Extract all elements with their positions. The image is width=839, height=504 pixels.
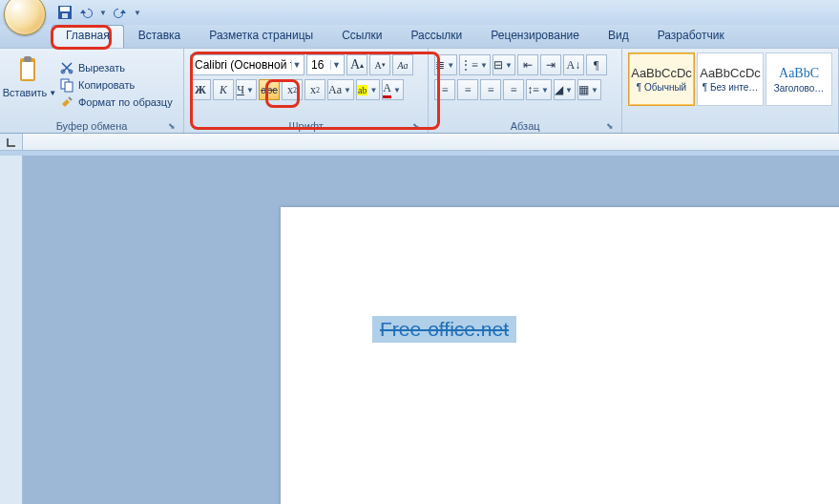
ruler-vertical[interactable] <box>0 156 23 504</box>
tab-stop-icon <box>6 136 17 148</box>
group-paragraph-label: Абзац ⬊ <box>432 119 618 133</box>
cut-label: Вырезать <box>78 62 125 74</box>
underline-button[interactable]: Ч▼ <box>236 79 257 100</box>
outdent-icon: ⇤ <box>523 58 533 73</box>
watermark-text: FREE-OFFICE.NET <box>694 479 828 494</box>
shading-button[interactable]: ◢▼ <box>554 79 576 100</box>
subscript-button[interactable]: x2 <box>282 79 303 100</box>
align-right-button[interactable]: ≡ <box>480 79 501 100</box>
shrink-font-button[interactable]: A▾ <box>369 54 390 75</box>
save-icon[interactable] <box>57 5 73 20</box>
bullets-icon: ≣ <box>435 58 445 73</box>
watermark: FREE-OFFICE.NET <box>669 477 828 496</box>
sort-button[interactable]: A↓ <box>563 54 584 75</box>
justify-button[interactable]: ≡ <box>503 79 524 100</box>
outdent-button[interactable]: ⇤ <box>517 54 538 75</box>
change-case-button[interactable]: Aa▼ <box>327 79 354 100</box>
copy-button[interactable]: Копировать <box>59 77 173 93</box>
copy-icon <box>59 77 74 93</box>
chevron-down-icon[interactable]: ▼ <box>330 60 342 70</box>
sort-icon: A↓ <box>566 58 580 73</box>
show-marks-button[interactable]: ¶ <box>586 54 607 75</box>
paragraph-launcher-icon[interactable]: ⬊ <box>604 121 616 133</box>
scissors-icon <box>59 60 74 75</box>
brush-icon <box>59 94 74 110</box>
justify-icon: ≡ <box>511 83 517 97</box>
bullets-button[interactable]: ≣▼ <box>434 54 457 75</box>
tab-home[interactable]: Главная <box>52 25 124 48</box>
page[interactable]: Free-office.net <box>281 207 839 504</box>
grow-font-button[interactable]: A▴ <box>346 54 367 75</box>
tab-layout[interactable]: Разметка страницы <box>195 25 327 48</box>
qat-customize-icon[interactable]: ▼ <box>134 9 141 17</box>
align-left-button[interactable]: ≡ <box>434 79 455 100</box>
format-painter-button[interactable]: Формат по образцу <box>59 94 173 110</box>
style-heading1[interactable]: AaBbC Заголово… <box>766 52 832 106</box>
paste-icon[interactable] <box>14 54 45 85</box>
bold-button[interactable]: Ж <box>190 79 211 100</box>
tab-developer[interactable]: Разработчик <box>643 25 739 48</box>
svg-rect-5 <box>24 56 31 62</box>
font-name-value: Calibri (Основной те <box>195 58 291 72</box>
multilevel-icon: ⊟ <box>493 58 503 73</box>
tab-review[interactable]: Рецензирование <box>476 25 594 48</box>
svg-rect-10 <box>670 478 678 486</box>
tab-view[interactable]: Вид <box>594 25 643 48</box>
document-area[interactable]: Free-office.net <box>23 156 839 504</box>
italic-button[interactable]: К <box>213 79 234 100</box>
font-size-combo[interactable]: 16 ▼ <box>306 54 345 75</box>
cut-button[interactable]: Вырезать <box>59 60 173 75</box>
strikethrough-button[interactable]: abc <box>259 79 280 100</box>
style-normal[interactable]: AaBbCcDc ¶ Обычный <box>628 52 695 106</box>
undo-dropdown-icon[interactable]: ▼ <box>99 9 107 17</box>
numbering-icon: ⋮≡ <box>460 58 478 73</box>
font-color-button[interactable]: A▼ <box>382 79 404 100</box>
ribbon-tabs: Главная Вставка Разметка страницы Ссылки… <box>0 25 839 48</box>
clipboard-launcher-icon[interactable]: ⬊ <box>166 121 178 133</box>
svg-rect-12 <box>670 488 678 495</box>
group-font: Calibri (Основной те ▼ 16 ▼ A▴ A▾ Aa Ж К… <box>184 49 429 133</box>
indent-icon: ⇥ <box>546 58 556 73</box>
undo-icon[interactable] <box>78 5 94 20</box>
align-center-button[interactable]: ≡ <box>457 79 478 100</box>
tab-references[interactable]: Ссылки <box>327 25 396 48</box>
font-name-combo[interactable]: Calibri (Основной те ▼ <box>190 54 304 75</box>
indent-button[interactable]: ⇥ <box>540 54 561 75</box>
font-size-value: 16 <box>311 58 324 72</box>
align-center-icon: ≡ <box>465 83 472 97</box>
svg-rect-13 <box>680 488 687 495</box>
ruler-horizontal[interactable] <box>0 134 839 151</box>
multilevel-button[interactable]: ⊟▼ <box>493 54 515 75</box>
style-name: Заголово… <box>774 83 825 94</box>
style-nospacing[interactable]: AaBbCcDc ¶ Без инте… <box>697 52 764 106</box>
line-spacing-button[interactable]: ↕≡▼ <box>526 79 552 100</box>
group-clipboard-label: Буфер обмена ⬊ <box>4 119 179 133</box>
style-name: ¶ Обычный <box>637 82 686 93</box>
clear-format-button[interactable]: Aa <box>392 54 413 75</box>
paste-button[interactable]: Вставить ▼ <box>3 87 57 98</box>
style-preview: AaBbCcDc <box>631 66 692 80</box>
windows-icon <box>669 477 688 496</box>
redo-icon[interactable] <box>113 5 128 20</box>
pilcrow-icon: ¶ <box>594 58 598 73</box>
font-launcher-icon[interactable]: ⬊ <box>410 121 422 133</box>
tab-mailings[interactable]: Рассылки <box>396 25 476 48</box>
borders-button[interactable]: ▦▼ <box>577 79 601 100</box>
numbering-button[interactable]: ⋮≡▼ <box>459 54 491 75</box>
borders-icon: ▦ <box>578 83 589 97</box>
align-left-icon: ≡ <box>442 83 449 97</box>
superscript-button[interactable]: x2 <box>304 79 325 100</box>
tab-insert[interactable]: Вставка <box>124 25 196 48</box>
svg-rect-11 <box>680 478 687 486</box>
tab-selector[interactable] <box>0 134 23 150</box>
ribbon: Вставить ▼ Вырезать Копировать Формат по… <box>0 48 839 134</box>
svg-rect-4 <box>22 62 33 79</box>
titlebar: ▼ ▼ <box>0 0 839 25</box>
highlight-button[interactable]: ab▼ <box>356 79 380 100</box>
selected-text[interactable]: Free-office.net <box>372 316 516 343</box>
svg-rect-2 <box>62 13 68 18</box>
group-paragraph: ≣▼ ⋮≡▼ ⊟▼ ⇤ ⇥ A↓ ¶ ≡ ≡ ≡ ≡ ↕≡▼ ◢▼ ▦▼ Абз… <box>429 49 622 133</box>
chevron-down-icon[interactable]: ▼ <box>291 60 302 70</box>
bucket-icon: ◢ <box>555 83 563 97</box>
workspace: Free-office.net <box>0 156 839 504</box>
